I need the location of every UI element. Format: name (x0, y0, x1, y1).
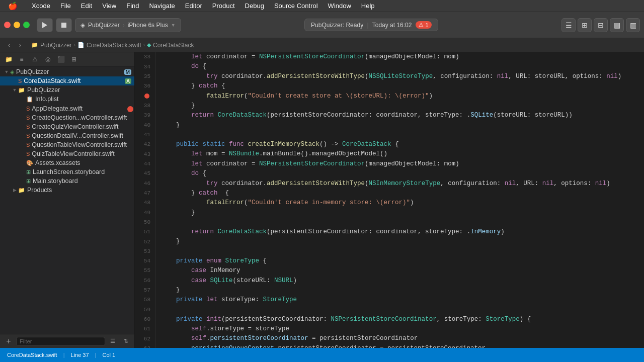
code-content: private init(persistentStoreCoordinator:… (161, 315, 644, 324)
file-icon: 📄 (77, 42, 85, 48)
code-line: 38 } (135, 101, 644, 111)
code-content: } (161, 237, 644, 246)
code-line: 46 try coordinator.addPersistentStoreWit… (135, 179, 644, 189)
line-number: 45 (135, 169, 156, 178)
sidebar-debug-button[interactable]: ⬛ (55, 54, 66, 65)
code-line: 34 do { (135, 62, 644, 71)
code-content: try coordinator.addPersistentStoreWithTy… (161, 179, 644, 189)
sidebar: 📁 ≡ ⚠ ◎ ⬛ ⊞ ▼ ◈ PubQuizzer M S CoreDataS… (0, 52, 135, 348)
tree-label-infoplist: Info.plist (35, 96, 59, 103)
tree-item-qtablevc[interactable]: S QuestionTableViewController.swift (0, 140, 134, 149)
line-number: 60 (135, 315, 156, 324)
sidebar-list-button[interactable]: ≡ (16, 54, 27, 65)
code-content: do { (161, 62, 644, 71)
sidebar-bookmark-button[interactable]: ⊞ (68, 54, 79, 65)
status-line: Line 37 (71, 352, 89, 358)
code-editor[interactable]: 33 let coordinator = NSPersistentStoreCo… (135, 52, 644, 348)
maximize-window-button[interactable] (23, 22, 30, 28)
apple-menu[interactable]: 🍎 (4, 1, 22, 12)
swift-icon-createq: S (26, 115, 30, 121)
tree-item-questiondetail[interactable]: S QuestionDetailV...Controller.swift (0, 131, 134, 140)
menu-editor[interactable]: Editor (181, 1, 206, 11)
breadcrumb-file[interactable]: 📄 CoreDataStack.swift (77, 42, 141, 49)
add-file-button[interactable]: + (3, 336, 14, 347)
symbol-icon: ◆ (147, 42, 151, 48)
run-button[interactable] (37, 18, 53, 32)
sidebar-toggle-button[interactable]: ☰ (561, 18, 576, 32)
breadcrumb-project[interactable]: 📁 PubQuizzer (31, 42, 72, 49)
code-line: 36 } catch { (135, 81, 644, 91)
nav-forward-button[interactable]: › (15, 40, 25, 50)
sidebar-test-button[interactable]: ◎ (42, 54, 53, 65)
tree-label-launchscreen: LaunchScreen.storyboard (33, 168, 105, 175)
line-number: 59 (135, 305, 156, 315)
menu-xcode[interactable]: Xcode (28, 1, 54, 11)
filter-input[interactable] (16, 337, 105, 346)
tree-item-launchscreen[interactable]: ⊞ LaunchScreen.storyboard (0, 167, 134, 176)
status-bar-col[interactable]: Col 1 (100, 351, 117, 359)
nav-back-button[interactable]: ‹ (4, 40, 14, 50)
minimize-window-button[interactable] (14, 22, 20, 28)
line-number: 63 (135, 344, 156, 348)
error-badge[interactable]: ⚠ 1 (416, 21, 431, 29)
menu-find[interactable]: Find (122, 1, 143, 11)
code-line: 40 } (135, 121, 644, 130)
breakpoint-indicator[interactable] (144, 94, 149, 99)
tree-label-coredatastack: CoreDataStack.swift (24, 77, 80, 84)
code-content: return CoreDataStack(persistentStoreCoor… (161, 111, 644, 120)
menu-source-control[interactable]: Source Control (270, 1, 322, 11)
layout-toggle-button[interactable]: ⊟ (594, 18, 608, 32)
tree-item-quiztablevc[interactable]: S QuizTableViewController.swift (0, 149, 134, 158)
menu-view[interactable]: View (98, 1, 120, 11)
sidebar-folder-button[interactable]: 📁 (3, 54, 14, 65)
code-line: 61 self.storeType = storeType (135, 324, 644, 334)
status-separator: | (367, 22, 368, 29)
line-number: 62 (135, 334, 156, 343)
breadcrumb-project-label: PubQuizzer (40, 42, 72, 49)
tree-item-project[interactable]: ▼ ◈ PubQuizzer M (0, 67, 134, 76)
tree-item-createquestion[interactable]: S CreateQuestion...wController.swift (0, 113, 134, 122)
status-bar-file[interactable]: CoreDataStack.swift (5, 351, 59, 359)
inspector-toggle-button[interactable]: ▤ (610, 18, 624, 32)
close-window-button[interactable] (4, 22, 11, 28)
tree-item-group-pubquizzer[interactable]: ▼ 📁 PubQuizzer (0, 85, 134, 95)
status-bar: CoreDataStack.swift | Line 37 | Col 1 (0, 348, 644, 362)
tree-item-assets[interactable]: 🎨 Assets.xcassets (0, 158, 134, 167)
disclosure-group: ▼ (11, 87, 18, 93)
menu-debug[interactable]: Debug (241, 1, 268, 11)
menu-file[interactable]: File (56, 1, 75, 11)
line-number: 58 (135, 295, 156, 305)
storyboard-icon-main: ⊞ (26, 178, 31, 185)
navigator-toggle-button[interactable]: ⊞ (578, 18, 592, 32)
tree-item-coredatastack[interactable]: S CoreDataStack.swift A (0, 76, 134, 85)
tree-item-createquiz[interactable]: S CreateQuizViewController.swift (0, 122, 134, 131)
tree-item-infoplist[interactable]: 📋 Info.plist (0, 95, 134, 104)
breadcrumb-symbol[interactable]: ◆ CoreDataStack (147, 42, 194, 49)
tree-label-createquiz: CreateQuizViewController.swift (32, 123, 118, 130)
nav-arrows: ‹ › (4, 40, 25, 50)
menu-product[interactable]: Product (208, 1, 239, 11)
menu-window[interactable]: Window (324, 1, 355, 11)
scheme-selector[interactable]: ◈ PubQuizzer › iPhone 6s Plus ▼ (75, 18, 181, 32)
filter-sort-button[interactable]: ⇅ (120, 336, 131, 347)
menu-navigate[interactable]: Navigate (145, 1, 179, 11)
debug-toggle-button[interactable]: ▥ (626, 18, 640, 32)
tree-item-mainstoryboard[interactable]: ⊞ Main.storyboard (0, 176, 134, 186)
stop-button[interactable] (56, 18, 72, 32)
error-count: 1 (425, 22, 428, 28)
code-line: fatalError("Couldn't create store at \(s… (135, 92, 644, 101)
menu-edit[interactable]: Edit (77, 1, 96, 11)
code-line: 54 private enum StoreType { (135, 256, 644, 266)
badge-A: A (125, 78, 131, 84)
status-bar-line[interactable]: Line 37 (69, 351, 91, 359)
swift-file-icon: S (18, 78, 22, 84)
line-number: 50 (135, 218, 156, 227)
tree-item-products[interactable]: ▶ 📁 Products (0, 186, 134, 195)
scheme-name: PubQuizzer (88, 22, 120, 29)
tree-label-project: PubQuizzer (16, 68, 49, 75)
products-folder-icon: 📁 (18, 187, 25, 194)
filter-options-button[interactable]: ☰ (107, 336, 118, 347)
sidebar-warning-button[interactable]: ⚠ (29, 54, 40, 65)
menu-help[interactable]: Help (357, 1, 379, 11)
tree-item-appdelegate[interactable]: S AppDelegate.swift (0, 104, 134, 113)
